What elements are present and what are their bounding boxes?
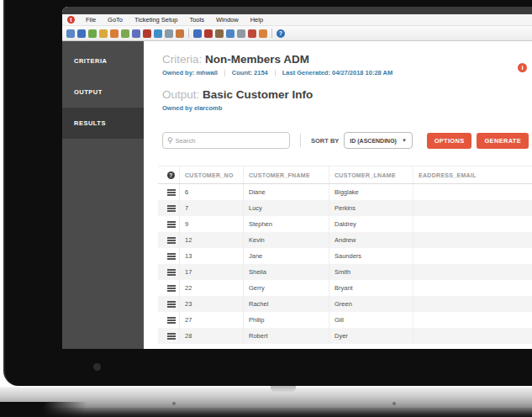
- screen-indicator-dot: [93, 363, 101, 371]
- row-menu-icon[interactable]: [167, 189, 176, 196]
- org-chart-icon[interactable]: [176, 29, 184, 38]
- table-row[interactable]: 7LucyPerkins: [158, 200, 532, 216]
- clock-icon[interactable]: [132, 29, 140, 38]
- row-menu-icon[interactable]: [167, 285, 176, 292]
- customer-icon[interactable]: [77, 29, 86, 38]
- laptop-screen: t FileGoToTicketing SetupToolsWindowHelp…: [3, 0, 532, 386]
- cell-eaddress-email: [413, 296, 532, 312]
- document-icon[interactable]: [248, 29, 256, 38]
- cell-eaddress-email: [413, 264, 532, 280]
- row-menu-icon[interactable]: [167, 205, 176, 212]
- table-row[interactable]: 13JaneSaunders: [158, 248, 532, 264]
- output-heading: Output: Basic Customer Info: [162, 88, 532, 101]
- row-menu-icon[interactable]: [167, 237, 176, 244]
- laptop-edge-shadow: [0, 402, 143, 417]
- sort-by-label: SORT BY: [311, 137, 339, 145]
- divider: [300, 134, 301, 147]
- sidebar-item-results[interactable]: RESULTS: [62, 108, 144, 139]
- output-owned-by: Owned by elarcomb: [162, 104, 222, 112]
- cell-customer-no: 13: [180, 248, 244, 264]
- column-header-customer_lname[interactable]: CUSTOMER_LNAME: [329, 166, 413, 183]
- column-header-eaddress_email[interactable]: EADDRESS_EMAIL: [413, 166, 532, 183]
- info-icon[interactable]: i: [518, 63, 527, 72]
- table-row[interactable]: 6DianeBigglake: [158, 184, 532, 200]
- cell-customer-lname: Bigglake: [329, 184, 413, 200]
- criteria-heading: Criteria: Non-Members ADM: [162, 53, 532, 66]
- help-icon[interactable]: ?: [167, 172, 175, 179]
- cell-customer-fname: Rachel: [244, 296, 329, 312]
- table-row[interactable]: 23RachelGreen: [158, 296, 532, 312]
- cell-customer-lname: Smith: [329, 264, 413, 280]
- cell-eaddress-email: [413, 280, 532, 296]
- app-window: t FileGoToTicketing SetupToolsWindowHelp…: [62, 7, 532, 349]
- cell-customer-lname: Green: [329, 296, 413, 312]
- search-box[interactable]: ⚲: [162, 132, 290, 149]
- row-menu-icon[interactable]: [167, 333, 176, 340]
- cell-eaddress-email: [413, 216, 532, 232]
- calendar-icon[interactable]: [154, 29, 162, 38]
- cell-customer-fname: Sheila: [244, 264, 329, 280]
- report-icon[interactable]: [121, 29, 129, 38]
- cell-customer-lname: Perkins: [329, 200, 413, 216]
- timer-icon[interactable]: [204, 29, 213, 38]
- table-row[interactable]: 9StephenDaldrey: [158, 216, 532, 232]
- settings-icon[interactable]: [237, 29, 245, 38]
- spreadsheet-icon[interactable]: [88, 29, 97, 38]
- menu-item-goto[interactable]: GoTo: [102, 16, 129, 24]
- cell-customer-no: 17: [180, 264, 244, 280]
- window-titlebar: [62, 7, 532, 14]
- menu-item-tools[interactable]: Tools: [183, 16, 210, 24]
- table-row[interactable]: 17SheilaSmith: [158, 264, 532, 280]
- cell-customer-fname: Philip: [244, 312, 329, 328]
- controls-row: ⚲ SORT BY ID (ASCENDING) ▼ OPTIONS GENER…: [162, 132, 532, 149]
- cell-eaddress-email: [413, 248, 532, 264]
- share-icon[interactable]: [259, 29, 267, 38]
- table-row[interactable]: 12KevinAndrew: [158, 232, 532, 248]
- menu-item-window[interactable]: Window: [210, 16, 245, 24]
- toolbar-separator: [271, 29, 272, 38]
- help-icon[interactable]: ?: [277, 29, 285, 38]
- options-button[interactable]: OPTIONS: [427, 133, 472, 149]
- menu-item-ticketing-setup[interactable]: Ticketing Setup: [129, 16, 183, 24]
- generate-button[interactable]: GENERATE: [477, 133, 529, 149]
- cell-customer-no: 23: [180, 296, 244, 312]
- criteria-count: Count: 2154: [232, 69, 268, 77]
- mail-icon[interactable]: [99, 29, 108, 38]
- sort-dropdown[interactable]: ID (ASCENDING) ▼: [344, 132, 413, 149]
- row-menu-icon[interactable]: [167, 301, 176, 308]
- column-header-customer_fname[interactable]: CUSTOMER_FNAME: [244, 166, 329, 183]
- table-row[interactable]: 22GerryBryant: [158, 280, 532, 296]
- sidebar-item-output[interactable]: OUTPUT: [62, 77, 144, 108]
- row-menu-icon[interactable]: [167, 221, 176, 228]
- menu-items: FileGoToTicketing SetupToolsWindowHelp: [80, 16, 269, 24]
- row-menu-icon[interactable]: [167, 317, 176, 324]
- cell-customer-no: 22: [180, 280, 244, 296]
- ticket-icon[interactable]: [143, 29, 151, 38]
- cell-customer-fname: Robert: [244, 328, 329, 344]
- column-header-customer_no[interactable]: CUSTOMER_NO: [180, 166, 244, 183]
- image-icon[interactable]: [165, 29, 173, 38]
- cell-eaddress-email: [413, 328, 532, 344]
- table-row[interactable]: 27PhilipGill: [158, 312, 532, 328]
- menu-item-help[interactable]: Help: [245, 16, 269, 24]
- criteria-label: Criteria:: [162, 53, 202, 66]
- clipboard-icon[interactable]: [66, 29, 75, 38]
- archive-icon[interactable]: [215, 29, 224, 38]
- cell-eaddress-email: [413, 312, 532, 328]
- cell-customer-lname: Andrew: [329, 232, 413, 248]
- search-input[interactable]: [176, 137, 285, 145]
- criteria-owned-by: Owned by: mhwall: [162, 69, 218, 77]
- cell-customer-fname: Diane: [244, 184, 329, 200]
- table-row[interactable]: 28RobertDyer: [158, 328, 532, 344]
- cell-eaddress-email: [413, 232, 532, 248]
- criteria-name: Non-Members ADM: [205, 53, 309, 66]
- cell-customer-lname: Gill: [329, 312, 413, 328]
- sidebar-item-criteria[interactable]: CRITERIA: [62, 45, 144, 77]
- user-search-icon[interactable]: [193, 29, 202, 38]
- window-icon[interactable]: [226, 29, 234, 38]
- criteria-last-generated: Last Generated: 04/27/2018 10:28 AM: [282, 69, 392, 77]
- donation-icon[interactable]: [110, 29, 119, 38]
- row-menu-icon[interactable]: [167, 253, 176, 260]
- menu-item-file[interactable]: File: [80, 16, 102, 24]
- row-menu-icon[interactable]: [167, 269, 176, 276]
